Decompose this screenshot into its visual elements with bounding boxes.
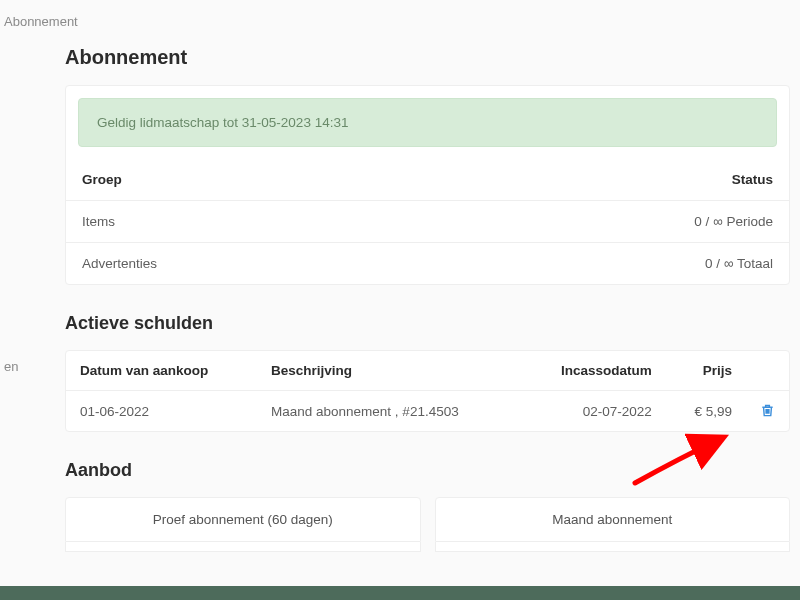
debts-table: Datum van aankoop Beschrijving Incassoda… xyxy=(66,351,789,431)
debts-header-actions xyxy=(746,351,789,391)
debt-incasso: 02-07-2022 xyxy=(521,391,666,432)
offer-trial[interactable]: Proef abonnement (60 dagen) xyxy=(65,497,421,552)
offer-label: Proef abonnement (60 dagen) xyxy=(65,497,421,542)
table-row: Items 0 / ∞ Periode xyxy=(66,201,789,243)
group-header-status: Status xyxy=(421,159,789,201)
sidebar-item-label: Abonnement xyxy=(4,14,78,29)
debt-desc: Maand abonnement , #21.4503 xyxy=(257,391,521,432)
sidebar-item-truncated[interactable]: en xyxy=(0,345,55,388)
page-title: Abonnement xyxy=(65,46,790,69)
group-header-group: Groep xyxy=(66,159,421,201)
group-cell: Items xyxy=(66,201,421,243)
sidebar-item-abonnement[interactable]: Abonnement xyxy=(0,0,55,43)
offer-label: Maand abonnement xyxy=(435,497,791,542)
status-cell: 0 / ∞ Totaal xyxy=(421,243,789,285)
status-cell: 0 / ∞ Periode xyxy=(421,201,789,243)
debts-header-incasso: Incassodatum xyxy=(521,351,666,391)
sidebar-item-label: en xyxy=(4,359,18,374)
debts-header-price: Prijs xyxy=(666,351,746,391)
table-row: Advertenties 0 / ∞ Totaal xyxy=(66,243,789,285)
offer-body xyxy=(435,542,791,552)
debt-price: € 5,99 xyxy=(666,391,746,432)
offer-body xyxy=(65,542,421,552)
debts-header-desc: Beschrijving xyxy=(257,351,521,391)
group-cell: Advertenties xyxy=(66,243,421,285)
group-table: Groep Status Items 0 / ∞ Periode Adverte… xyxy=(66,159,789,284)
membership-notice: Geldig lidmaatschap tot 31-05-2023 14:31 xyxy=(78,98,777,147)
sidebar: Abonnement en xyxy=(0,0,55,600)
membership-card: Geldig lidmaatschap tot 31-05-2023 14:31… xyxy=(65,85,790,285)
offers-row: Proef abonnement (60 dagen) Maand abonne… xyxy=(65,497,790,552)
table-row: 01-06-2022 Maand abonnement , #21.4503 0… xyxy=(66,391,789,432)
trash-icon[interactable] xyxy=(760,403,775,419)
offers-title: Aanbod xyxy=(65,460,790,481)
debts-title: Actieve schulden xyxy=(65,313,790,334)
main-content: Abonnement Geldig lidmaatschap tot 31-05… xyxy=(55,0,800,552)
debts-card: Datum van aankoop Beschrijving Incassoda… xyxy=(65,350,790,432)
debt-date: 01-06-2022 xyxy=(66,391,257,432)
offer-month[interactable]: Maand abonnement xyxy=(435,497,791,552)
debts-header-date: Datum van aankoop xyxy=(66,351,257,391)
bottom-bar xyxy=(0,586,800,600)
